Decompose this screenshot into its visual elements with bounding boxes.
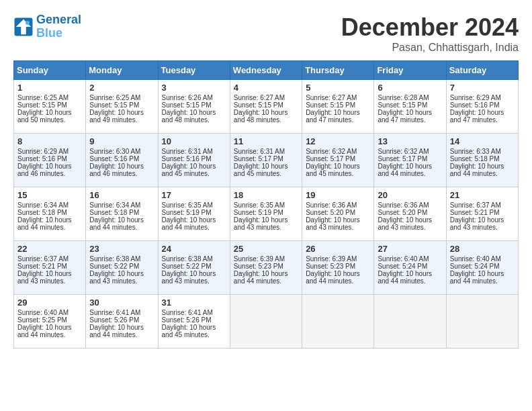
- table-row: 3Sunrise: 6:26 AMSunset: 5:15 PMDaylight…: [158, 80, 230, 134]
- table-row: 30Sunrise: 6:41 AMSunset: 5:26 PMDayligh…: [86, 295, 158, 349]
- logo-line1: General: [36, 13, 81, 26]
- table-row: [302, 295, 374, 349]
- calendar-week-row: 22Sunrise: 6:37 AMSunset: 5:21 PMDayligh…: [14, 241, 519, 295]
- table-row: 28Sunrise: 6:40 AMSunset: 5:24 PMDayligh…: [446, 241, 518, 295]
- table-row: 20Sunrise: 6:36 AMSunset: 5:20 PMDayligh…: [374, 187, 446, 241]
- table-row: 7Sunrise: 6:29 AMSunset: 5:16 PMDaylight…: [446, 80, 518, 134]
- table-row: 17Sunrise: 6:35 AMSunset: 5:19 PMDayligh…: [158, 187, 230, 241]
- table-row: 1Sunrise: 6:25 AMSunset: 5:15 PMDaylight…: [14, 80, 86, 134]
- table-row: 22Sunrise: 6:37 AMSunset: 5:21 PMDayligh…: [14, 241, 86, 295]
- table-row: 14Sunrise: 6:33 AMSunset: 5:18 PMDayligh…: [446, 134, 518, 187]
- table-row: 2Sunrise: 6:25 AMSunset: 5:15 PMDaylight…: [86, 80, 158, 134]
- col-thursday: Thursday: [302, 61, 374, 80]
- table-row: 31Sunrise: 6:41 AMSunset: 5:26 PMDayligh…: [158, 295, 230, 349]
- title-block: December 2024 Pasan, Chhattisgarh, India: [341, 13, 519, 54]
- table-row: 15Sunrise: 6:34 AMSunset: 5:18 PMDayligh…: [14, 187, 86, 241]
- table-row: 9Sunrise: 6:30 AMSunset: 5:16 PMDaylight…: [86, 134, 158, 187]
- calendar-week-row: 8Sunrise: 6:29 AMSunset: 5:16 PMDaylight…: [14, 134, 519, 187]
- table-row: 4Sunrise: 6:27 AMSunset: 5:15 PMDaylight…: [230, 80, 302, 134]
- table-row: 23Sunrise: 6:38 AMSunset: 5:22 PMDayligh…: [86, 241, 158, 295]
- table-row: 8Sunrise: 6:29 AMSunset: 5:16 PMDaylight…: [14, 134, 86, 187]
- logo-icon: [13, 17, 34, 37]
- table-row: 6Sunrise: 6:28 AMSunset: 5:15 PMDaylight…: [374, 80, 446, 134]
- table-row: 13Sunrise: 6:32 AMSunset: 5:17 PMDayligh…: [374, 134, 446, 187]
- svg-point-2: [26, 21, 30, 25]
- table-row: 12Sunrise: 6:32 AMSunset: 5:17 PMDayligh…: [302, 134, 374, 187]
- table-row: 26Sunrise: 6:39 AMSunset: 5:23 PMDayligh…: [302, 241, 374, 295]
- col-saturday: Saturday: [446, 61, 518, 80]
- table-row: 21Sunrise: 6:37 AMSunset: 5:21 PMDayligh…: [446, 187, 518, 241]
- col-sunday: Sunday: [14, 61, 86, 80]
- table-row: 24Sunrise: 6:38 AMSunset: 5:22 PMDayligh…: [158, 241, 230, 295]
- col-monday: Monday: [86, 61, 158, 80]
- col-tuesday: Tuesday: [158, 61, 230, 80]
- calendar-week-row: 29Sunrise: 6:40 AMSunset: 5:25 PMDayligh…: [14, 295, 519, 349]
- logo-line2: Blue: [36, 26, 62, 40]
- location: Pasan, Chhattisgarh, India: [341, 42, 519, 54]
- calendar-week-row: 15Sunrise: 6:34 AMSunset: 5:18 PMDayligh…: [14, 187, 519, 241]
- table-row: 29Sunrise: 6:40 AMSunset: 5:25 PMDayligh…: [14, 295, 86, 349]
- col-wednesday: Wednesday: [230, 61, 302, 80]
- calendar-week-row: 1Sunrise: 6:25 AMSunset: 5:15 PMDaylight…: [14, 80, 519, 134]
- table-row: 10Sunrise: 6:31 AMSunset: 5:16 PMDayligh…: [158, 134, 230, 187]
- table-row: 25Sunrise: 6:39 AMSunset: 5:23 PMDayligh…: [230, 241, 302, 295]
- table-row: 27Sunrise: 6:40 AMSunset: 5:24 PMDayligh…: [374, 241, 446, 295]
- logo-text: General Blue: [36, 13, 81, 40]
- calendar-table: Sunday Monday Tuesday Wednesday Thursday…: [13, 60, 519, 349]
- page-header: General Blue December 2024 Pasan, Chhatt…: [13, 13, 519, 54]
- table-row: [374, 295, 446, 349]
- table-row: 16Sunrise: 6:34 AMSunset: 5:18 PMDayligh…: [86, 187, 158, 241]
- col-friday: Friday: [374, 61, 446, 80]
- table-row: 5Sunrise: 6:27 AMSunset: 5:15 PMDaylight…: [302, 80, 374, 134]
- logo: General Blue: [13, 13, 81, 40]
- table-row: [446, 295, 518, 349]
- table-row: 19Sunrise: 6:36 AMSunset: 5:20 PMDayligh…: [302, 187, 374, 241]
- month-title: December 2024: [341, 13, 519, 42]
- calendar-header-row: Sunday Monday Tuesday Wednesday Thursday…: [14, 61, 519, 80]
- table-row: 11Sunrise: 6:31 AMSunset: 5:17 PMDayligh…: [230, 134, 302, 187]
- table-row: [230, 295, 302, 349]
- table-row: 18Sunrise: 6:35 AMSunset: 5:19 PMDayligh…: [230, 187, 302, 241]
